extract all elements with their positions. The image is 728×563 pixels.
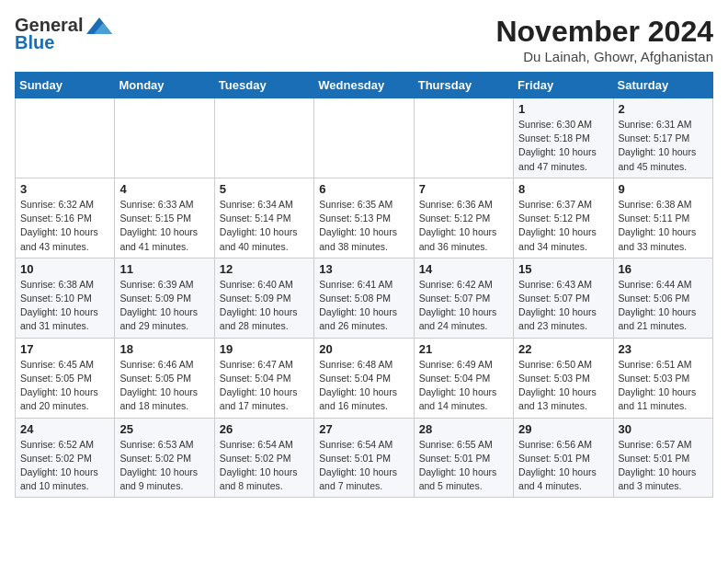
- day-number: 5: [220, 182, 309, 196]
- calendar-cell-w3-d5: 22Sunrise: 6:50 AM Sunset: 5:03 PM Dayli…: [514, 338, 613, 418]
- calendar-cell-w0-d6: 2Sunrise: 6:31 AM Sunset: 5:17 PM Daylig…: [613, 98, 712, 178]
- page-header: General Blue November 2024 Du Lainah, Gh…: [15, 15, 713, 64]
- calendar-cell-w3-d6: 23Sunrise: 6:51 AM Sunset: 5:03 PM Dayli…: [613, 338, 712, 418]
- day-info: Sunrise: 6:45 AM Sunset: 5:05 PM Dayligh…: [20, 358, 109, 414]
- title-area: November 2024 Du Lainah, Ghowr, Afghanis…: [495, 15, 713, 64]
- day-number: 30: [619, 422, 708, 436]
- day-info: Sunrise: 6:55 AM Sunset: 5:01 PM Dayligh…: [419, 438, 508, 494]
- day-number: 9: [619, 182, 708, 196]
- day-info: Sunrise: 6:31 AM Sunset: 5:17 PM Dayligh…: [619, 118, 708, 174]
- day-info: Sunrise: 6:52 AM Sunset: 5:02 PM Dayligh…: [20, 438, 109, 494]
- calendar-cell-w4-d0: 24Sunrise: 6:52 AM Sunset: 5:02 PM Dayli…: [16, 418, 115, 498]
- day-info: Sunrise: 6:38 AM Sunset: 5:10 PM Dayligh…: [20, 278, 109, 334]
- day-info: Sunrise: 6:35 AM Sunset: 5:13 PM Dayligh…: [319, 198, 408, 254]
- day-number: 24: [20, 422, 109, 436]
- calendar-cell-w2-d4: 14Sunrise: 6:42 AM Sunset: 5:07 PM Dayli…: [414, 258, 513, 338]
- calendar-cell-w2-d3: 13Sunrise: 6:41 AM Sunset: 5:08 PM Dayli…: [314, 258, 414, 338]
- calendar-header-row: SundayMondayTuesdayWednesdayThursdayFrid…: [16, 73, 713, 98]
- calendar-cell-w0-d0: [16, 98, 115, 178]
- calendar-cell-w2-d6: 16Sunrise: 6:44 AM Sunset: 5:06 PM Dayli…: [613, 258, 712, 338]
- day-number: 10: [20, 262, 109, 276]
- day-info: Sunrise: 6:54 AM Sunset: 5:02 PM Dayligh…: [220, 438, 309, 494]
- header-friday: Friday: [514, 73, 613, 98]
- calendar-cell-w2-d5: 15Sunrise: 6:43 AM Sunset: 5:07 PM Dayli…: [514, 258, 613, 338]
- day-number: 18: [119, 342, 209, 356]
- calendar-cell-w1-d2: 5Sunrise: 6:34 AM Sunset: 5:14 PM Daylig…: [214, 178, 313, 258]
- day-number: 8: [518, 182, 608, 196]
- calendar-cell-w4-d3: 27Sunrise: 6:54 AM Sunset: 5:01 PM Dayli…: [314, 418, 414, 498]
- day-number: 20: [319, 342, 408, 356]
- page-title: November 2024: [495, 15, 713, 49]
- day-info: Sunrise: 6:54 AM Sunset: 5:01 PM Dayligh…: [319, 438, 408, 494]
- calendar-cell-w4-d5: 29Sunrise: 6:56 AM Sunset: 5:01 PM Dayli…: [514, 418, 613, 498]
- day-info: Sunrise: 6:34 AM Sunset: 5:14 PM Dayligh…: [220, 198, 309, 254]
- day-info: Sunrise: 6:56 AM Sunset: 5:01 PM Dayligh…: [518, 438, 608, 494]
- calendar-cell-w0-d5: 1Sunrise: 6:30 AM Sunset: 5:18 PM Daylig…: [514, 98, 613, 178]
- calendar-cell-w2-d0: 10Sunrise: 6:38 AM Sunset: 5:10 PM Dayli…: [16, 258, 115, 338]
- day-info: Sunrise: 6:48 AM Sunset: 5:04 PM Dayligh…: [319, 358, 408, 414]
- day-number: 12: [220, 262, 309, 276]
- day-info: Sunrise: 6:57 AM Sunset: 5:01 PM Dayligh…: [619, 438, 708, 494]
- day-number: 2: [619, 102, 708, 116]
- logo-blue: Blue: [15, 32, 54, 53]
- calendar-cell-w2-d2: 12Sunrise: 6:40 AM Sunset: 5:09 PM Dayli…: [214, 258, 313, 338]
- day-number: 22: [518, 342, 608, 356]
- day-number: 4: [119, 182, 209, 196]
- day-info: Sunrise: 6:32 AM Sunset: 5:16 PM Dayligh…: [20, 198, 109, 254]
- day-number: 6: [319, 182, 408, 196]
- day-number: 14: [419, 262, 508, 276]
- calendar-cell-w4-d4: 28Sunrise: 6:55 AM Sunset: 5:01 PM Dayli…: [414, 418, 513, 498]
- calendar-cell-w4-d2: 26Sunrise: 6:54 AM Sunset: 5:02 PM Dayli…: [214, 418, 313, 498]
- calendar-cell-w1-d3: 6Sunrise: 6:35 AM Sunset: 5:13 PM Daylig…: [314, 178, 414, 258]
- header-sunday: Sunday: [16, 73, 115, 98]
- calendar-cell-w1-d1: 4Sunrise: 6:33 AM Sunset: 5:15 PM Daylig…: [115, 178, 214, 258]
- calendar-cell-w4-d6: 30Sunrise: 6:57 AM Sunset: 5:01 PM Dayli…: [613, 418, 712, 498]
- header-thursday: Thursday: [414, 73, 513, 98]
- day-info: Sunrise: 6:47 AM Sunset: 5:04 PM Dayligh…: [220, 358, 309, 414]
- day-info: Sunrise: 6:44 AM Sunset: 5:06 PM Dayligh…: [619, 278, 708, 334]
- day-number: 13: [319, 262, 408, 276]
- day-number: 1: [518, 102, 608, 116]
- calendar-cell-w3-d1: 18Sunrise: 6:46 AM Sunset: 5:05 PM Dayli…: [115, 338, 214, 418]
- calendar-week-2: 10Sunrise: 6:38 AM Sunset: 5:10 PM Dayli…: [16, 258, 713, 338]
- calendar-cell-w3-d0: 17Sunrise: 6:45 AM Sunset: 5:05 PM Dayli…: [16, 338, 115, 418]
- day-info: Sunrise: 6:46 AM Sunset: 5:05 PM Dayligh…: [119, 358, 209, 414]
- day-info: Sunrise: 6:51 AM Sunset: 5:03 PM Dayligh…: [619, 358, 708, 414]
- day-number: 23: [619, 342, 708, 356]
- calendar-cell-w3-d2: 19Sunrise: 6:47 AM Sunset: 5:04 PM Dayli…: [214, 338, 313, 418]
- day-info: Sunrise: 6:33 AM Sunset: 5:15 PM Dayligh…: [119, 198, 209, 254]
- calendar-cell-w1-d0: 3Sunrise: 6:32 AM Sunset: 5:16 PM Daylig…: [16, 178, 115, 258]
- day-number: 28: [419, 422, 508, 436]
- calendar-table: SundayMondayTuesdayWednesdayThursdayFrid…: [15, 72, 713, 498]
- calendar-cell-w2-d1: 11Sunrise: 6:39 AM Sunset: 5:09 PM Dayli…: [115, 258, 214, 338]
- calendar-cell-w3-d3: 20Sunrise: 6:48 AM Sunset: 5:04 PM Dayli…: [314, 338, 414, 418]
- day-info: Sunrise: 6:30 AM Sunset: 5:18 PM Dayligh…: [518, 118, 608, 174]
- day-info: Sunrise: 6:36 AM Sunset: 5:12 PM Dayligh…: [419, 198, 508, 254]
- day-number: 3: [20, 182, 109, 196]
- day-number: 26: [220, 422, 309, 436]
- calendar-cell-w0-d2: [214, 98, 313, 178]
- calendar-week-1: 3Sunrise: 6:32 AM Sunset: 5:16 PM Daylig…: [16, 178, 713, 258]
- day-info: Sunrise: 6:41 AM Sunset: 5:08 PM Dayligh…: [319, 278, 408, 334]
- calendar-cell-w0-d4: [414, 98, 513, 178]
- day-info: Sunrise: 6:50 AM Sunset: 5:03 PM Dayligh…: [518, 358, 608, 414]
- page-subtitle: Du Lainah, Ghowr, Afghanistan: [495, 49, 713, 64]
- calendar-cell-w1-d4: 7Sunrise: 6:36 AM Sunset: 5:12 PM Daylig…: [414, 178, 513, 258]
- day-number: 21: [419, 342, 508, 356]
- header-wednesday: Wednesday: [314, 73, 414, 98]
- day-number: 27: [319, 422, 408, 436]
- day-number: 15: [518, 262, 608, 276]
- calendar-week-4: 24Sunrise: 6:52 AM Sunset: 5:02 PM Dayli…: [16, 418, 713, 498]
- header-monday: Monday: [115, 73, 214, 98]
- calendar-cell-w1-d6: 9Sunrise: 6:38 AM Sunset: 5:11 PM Daylig…: [613, 178, 712, 258]
- day-number: 16: [619, 262, 708, 276]
- calendar-cell-w3-d4: 21Sunrise: 6:49 AM Sunset: 5:04 PM Dayli…: [414, 338, 513, 418]
- day-info: Sunrise: 6:49 AM Sunset: 5:04 PM Dayligh…: [419, 358, 508, 414]
- logo-icon: [86, 17, 112, 34]
- day-info: Sunrise: 6:37 AM Sunset: 5:12 PM Dayligh…: [518, 198, 608, 254]
- day-number: 7: [419, 182, 508, 196]
- day-info: Sunrise: 6:53 AM Sunset: 5:02 PM Dayligh…: [119, 438, 209, 494]
- header-tuesday: Tuesday: [214, 73, 313, 98]
- calendar-cell-w4-d1: 25Sunrise: 6:53 AM Sunset: 5:02 PM Dayli…: [115, 418, 214, 498]
- day-number: 19: [220, 342, 309, 356]
